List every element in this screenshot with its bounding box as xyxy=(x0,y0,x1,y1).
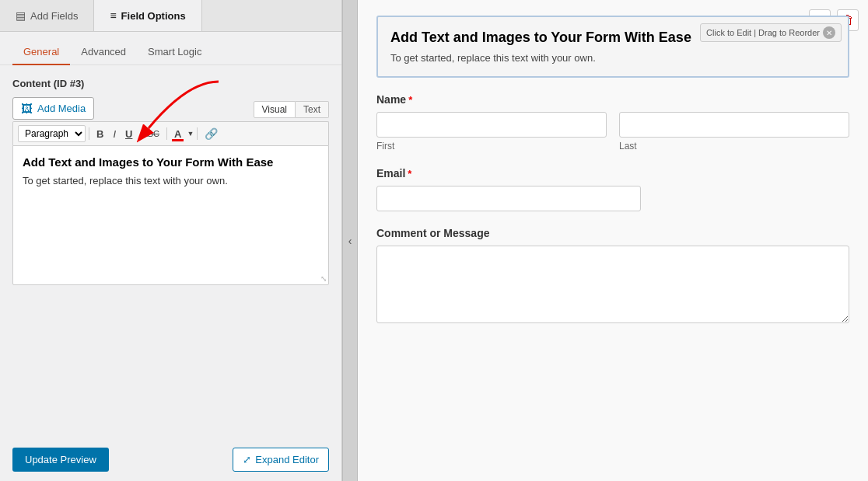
email-field-label: Email * xyxy=(376,167,849,180)
left-panel: ▤ Add Fields ≡ Field Options General Adv… xyxy=(0,0,342,481)
first-name-input[interactable] xyxy=(376,112,607,138)
tab-general[interactable]: General xyxy=(12,40,70,65)
field-options-label: Field Options xyxy=(121,10,186,22)
collapse-handle[interactable]: ‹ xyxy=(342,0,358,481)
add-media-button[interactable]: 🖼 Add Media xyxy=(12,97,94,120)
editor-content-area: Content (ID #3) 🖼 Add Media xyxy=(0,65,341,438)
first-name-wrap: First xyxy=(376,112,607,152)
text-color-dropdown-icon[interactable]: ▼ xyxy=(187,130,194,138)
editor-body[interactable]: Add Text and Images to Your Form With Ea… xyxy=(12,145,329,285)
edit-drag-bar: Click to Edit | Drag to Reorder ✕ xyxy=(700,23,842,42)
name-inputs-row: First Last xyxy=(376,112,849,152)
italic-button[interactable]: I xyxy=(109,127,120,141)
underline-button[interactable]: U xyxy=(121,127,136,141)
paragraph-select[interactable]: Paragraph xyxy=(18,125,86,142)
update-preview-button[interactable]: Update Preview xyxy=(12,448,109,472)
last-name-label: Last xyxy=(619,141,849,152)
bold-button[interactable]: B xyxy=(93,127,107,141)
expand-editor-button[interactable]: ⤢ Expand Editor xyxy=(233,448,329,472)
last-name-input[interactable] xyxy=(619,112,849,138)
form-content-body: To get started, replace this text with y… xyxy=(390,52,835,64)
add-fields-icon: ▤ xyxy=(16,9,26,22)
email-required-star: * xyxy=(408,168,411,180)
link-button[interactable]: 🔗 xyxy=(201,126,222,141)
toolbar-separator-2 xyxy=(166,127,167,140)
add-media-icon: 🖼 xyxy=(21,102,33,115)
add-fields-label: Add Fields xyxy=(30,10,78,22)
sub-tab-bar: General Advanced Smart Logic xyxy=(0,32,341,65)
right-panel: ⧉ 🗑 Add Text and Images to Your Form Wit… xyxy=(358,0,868,481)
field-options-icon: ≡ xyxy=(110,9,116,22)
resize-handle[interactable]: ⤡ xyxy=(320,274,327,283)
text-mode-tab[interactable]: Text xyxy=(296,101,329,118)
name-field-label: Name * xyxy=(376,93,849,106)
visual-mode-tab[interactable]: Visual xyxy=(254,101,296,118)
editor-footer: Update Preview ⤢ Expand Editor xyxy=(0,438,341,481)
media-row: 🖼 Add Media Visual xyxy=(12,97,329,120)
email-input[interactable] xyxy=(376,186,641,211)
text-color-button[interactable]: A xyxy=(170,127,185,141)
first-name-label: First xyxy=(376,141,607,152)
comment-textarea[interactable] xyxy=(376,246,849,323)
comment-field-label: Comment or Message xyxy=(376,227,849,239)
tab-add-fields[interactable]: ▤ Add Fields xyxy=(0,0,94,31)
remove-content-block-button[interactable]: ✕ xyxy=(823,26,835,39)
toolbar-separator-3 xyxy=(197,127,198,140)
tab-field-options[interactable]: ≡ Field Options xyxy=(94,0,201,31)
editor-body-text: To get started, replace this text with y… xyxy=(23,175,319,186)
tab-smart-logic[interactable]: Smart Logic xyxy=(137,40,212,65)
tab-advanced[interactable]: Advanced xyxy=(70,40,137,65)
email-field-group: Email * xyxy=(376,167,849,211)
top-tab-bar: ▤ Add Fields ≡ Field Options xyxy=(0,0,341,32)
strikethrough-button[interactable]: ABC xyxy=(138,127,163,140)
editor-toolbar: Paragraph B I U ABC A ▼ 🔗 xyxy=(12,121,329,145)
form-preview: Add Text and Images to Your Form With Ea… xyxy=(358,0,868,357)
name-field-group: Name * First Last xyxy=(376,93,849,152)
field-label: Content (ID #3) xyxy=(12,78,329,89)
form-content-block[interactable]: Add Text and Images to Your Form With Ea… xyxy=(376,16,849,78)
editor-heading: Add Text and Images to Your Form With Ea… xyxy=(23,155,319,169)
editor-mode-tabs: Visual Text xyxy=(254,101,329,118)
toolbar-separator xyxy=(89,127,89,140)
last-name-wrap: Last xyxy=(619,112,849,152)
expand-icon: ⤢ xyxy=(243,454,251,465)
comment-field-group: Comment or Message xyxy=(376,227,849,326)
name-required-star: * xyxy=(408,94,412,106)
